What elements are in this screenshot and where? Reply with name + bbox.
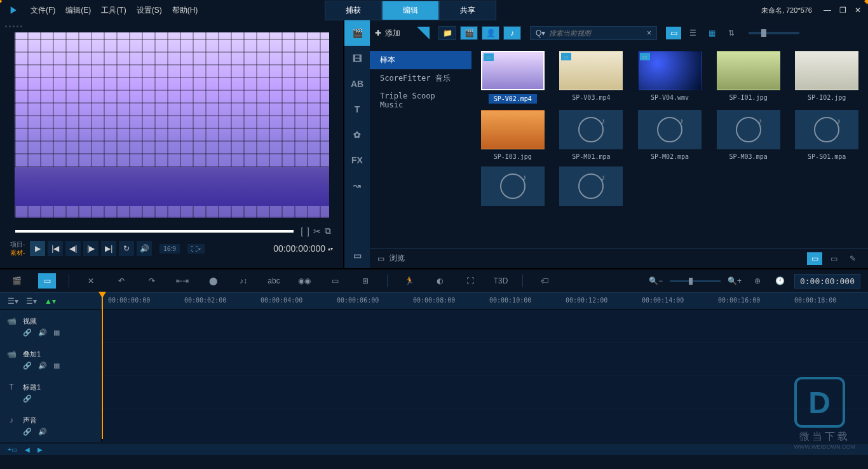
track-audio-button[interactable]: 🔊	[38, 329, 47, 337]
sort-button[interactable]: ⇅	[728, 29, 735, 37]
next-frame-button[interactable]: |▶	[83, 241, 98, 256]
track-options-1[interactable]: ☰▾	[8, 297, 18, 306]
track-grid-button[interactable]: ▦	[53, 362, 60, 370]
media-item[interactable]: ▭SP-V03.mp4	[555, 51, 628, 104]
marker-button[interactable]: 🏷	[536, 273, 553, 289]
snapshot-button[interactable]: ⧉	[325, 226, 331, 236]
menu-tools[interactable]: 工具(T)	[101, 5, 126, 16]
media-item[interactable]	[477, 167, 549, 206]
lib-graphics-button[interactable]: ✿	[344, 122, 370, 147]
mark-out-button[interactable]: ]	[307, 226, 309, 236]
scroll-left-button[interactable]: ◀	[25, 446, 30, 453]
3d-title-button[interactable]: T3D	[492, 273, 510, 289]
track-content[interactable]	[102, 343, 868, 376]
preview-timecode[interactable]: 00:00:00:000▴▾	[273, 243, 333, 254]
lib-text-button[interactable]: T	[344, 97, 370, 122]
search-input[interactable]	[549, 29, 643, 37]
subtitle-button[interactable]: abc	[265, 273, 283, 289]
track-header[interactable]: 📹叠加1🔗🔊▦	[0, 343, 102, 376]
record-button[interactable]: ⬤	[204, 273, 222, 289]
track-add-button[interactable]: ▲▾	[44, 297, 56, 306]
playhead[interactable]	[102, 293, 103, 439]
menu-edit[interactable]: 编辑(E)	[65, 5, 91, 16]
volume-button[interactable]: 🔊	[137, 241, 152, 256]
play-button[interactable]: ▶	[30, 241, 45, 256]
lib-transitions-button[interactable]: 🎞	[344, 46, 370, 71]
media-item[interactable]: SP-I01.jpg	[712, 51, 785, 104]
audio-filter[interactable]: ♪	[503, 26, 521, 40]
chapter-button[interactable]: ▭	[326, 273, 344, 289]
tree-samples[interactable]: 样本	[370, 51, 471, 69]
menu-help[interactable]: 帮助(H)	[172, 5, 198, 16]
clear-search-button[interactable]: ×	[647, 29, 651, 37]
fit-button[interactable]: ⊕	[749, 273, 766, 289]
prev-frame-button[interactable]: ◀|	[65, 241, 81, 256]
track-grid-button[interactable]: ▦	[53, 329, 60, 337]
grid-button[interactable]: ⊞	[356, 273, 374, 289]
maximize-button[interactable]: ❐	[837, 5, 848, 15]
media-item[interactable]	[555, 167, 628, 206]
timeline-timecode[interactable]: 0:00:00:000	[794, 274, 860, 289]
track-header[interactable]: ♪声音🔗🔊	[0, 409, 102, 442]
storyboard-view-button[interactable]: 🎬	[8, 273, 25, 289]
panel-edit-button[interactable]: ✎	[845, 252, 860, 265]
mark-out-handle[interactable]: ◆	[864, 0, 868, 4]
track-content[interactable]	[102, 409, 868, 442]
seek-bar[interactable]	[15, 230, 294, 233]
trim-button[interactable]: ⇤⇥	[173, 273, 191, 289]
media-item[interactable]: SP-M03.mpa	[712, 110, 785, 160]
redo-button[interactable]: ↷	[143, 273, 161, 289]
track-header[interactable]: T标题1🔗	[0, 376, 102, 409]
add-media-button[interactable]: ✚添加	[375, 28, 400, 39]
folder-filter[interactable]: 📁	[438, 26, 456, 40]
browse-button[interactable]: ▭浏览	[377, 253, 405, 264]
tree-triplescoop[interactable]: Triple Scoop Music	[370, 88, 471, 113]
media-item[interactable]: ▭SP-V04.wmv	[634, 51, 706, 104]
timeline-ruler[interactable]: 00:00:00:0000:00:02:0000:00:04:0000:00:0…	[102, 293, 868, 309]
panel-layout-1[interactable]: ▭	[807, 252, 822, 265]
zoom-in-button[interactable]: 🔍+	[726, 273, 743, 289]
thumbnail-zoom-slider[interactable]	[749, 32, 799, 34]
timeline-view-button[interactable]: ▭	[38, 273, 56, 289]
lib-titles-button[interactable]: AB	[344, 71, 370, 97]
mask-button[interactable]: ◐	[431, 273, 449, 289]
track-link-button[interactable]: 🔗	[23, 428, 32, 436]
resize-dropdown[interactable]: ⛶▾	[187, 244, 205, 254]
track-content[interactable]	[102, 376, 868, 409]
mark-in-button[interactable]: [	[301, 226, 303, 236]
preview-video[interactable]	[15, 32, 329, 218]
motion-button[interactable]: 🏃	[400, 273, 418, 289]
tab-edit[interactable]: 编辑	[382, 1, 439, 20]
clock-button[interactable]: 🕐	[771, 273, 789, 289]
track-audio-button[interactable]: 🔊	[38, 362, 47, 370]
media-item[interactable]: ▭SP-V02.mp4	[477, 51, 549, 104]
track-options-2[interactable]: ☰▾	[26, 297, 37, 306]
loop-button[interactable]: ↻	[119, 241, 134, 256]
timeline-zoom-slider[interactable]	[670, 280, 721, 282]
scroll-right-button[interactable]: ▶	[37, 446, 43, 453]
track-link-button[interactable]: 🔗	[23, 362, 32, 370]
close-button[interactable]: ✕	[853, 5, 863, 15]
audio-mix-button[interactable]: ♪↕	[234, 273, 252, 289]
track-link-button[interactable]: 🔗	[23, 395, 32, 403]
lib-paths-button[interactable]: ↝	[344, 173, 370, 198]
lib-fx-button[interactable]: FX	[344, 147, 370, 173]
undo-button[interactable]: ↶	[112, 273, 130, 289]
menu-file[interactable]: 文件(F)	[31, 5, 55, 16]
media-item[interactable]: SP-S01.mpa	[790, 110, 863, 160]
tab-capture[interactable]: 捕获	[325, 1, 382, 20]
video-filter[interactable]: 🎬	[460, 26, 478, 40]
media-item[interactable]: SP-I03.jpg	[477, 110, 549, 160]
lib-media-button[interactable]: 🎬	[344, 20, 370, 46]
view-list-button[interactable]: ☰	[685, 27, 700, 39]
view-large-button[interactable]: ▭	[666, 27, 681, 39]
media-item[interactable]: SP-M01.mpa	[555, 110, 628, 160]
tools-button[interactable]: ✕	[82, 273, 100, 289]
panel-layout-2[interactable]: ▭	[826, 252, 841, 265]
minimize-button[interactable]: —	[822, 5, 832, 15]
goto-end-button[interactable]: ▶|	[101, 241, 116, 256]
split-button[interactable]: ✂	[313, 226, 321, 236]
track-header[interactable]: 📹视频🔗🔊▦	[0, 310, 102, 343]
track-audio-button[interactable]: 🔊	[38, 428, 47, 436]
mark-in-handle[interactable]: ◆	[0, 0, 4, 4]
